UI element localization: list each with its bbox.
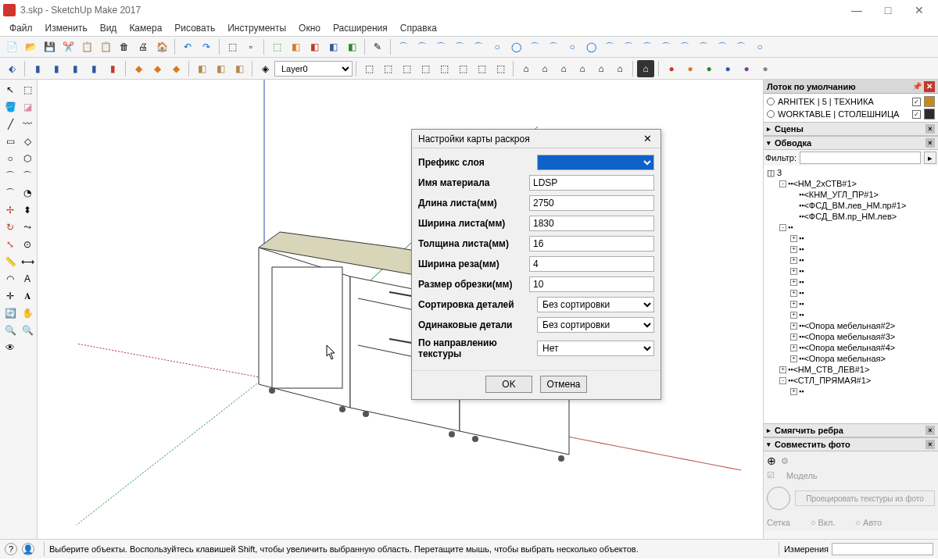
- panel-soften[interactable]: ▸Смягчить ребра×: [764, 423, 938, 437]
- tb-model-icon[interactable]: 🏠: [153, 38, 170, 55]
- tb-arc13-icon[interactable]: ⌒: [695, 38, 712, 55]
- tool-pan-icon[interactable]: ✋: [19, 305, 36, 322]
- menu-view[interactable]: Вид: [94, 21, 124, 35]
- tool-pushpull-icon[interactable]: ⬍: [19, 202, 36, 219]
- tool-freehand-icon[interactable]: 〰: [19, 116, 36, 133]
- tree-node[interactable]: +▪▪ <Опора мебельная#2>: [765, 320, 936, 331]
- opacity-dial[interactable]: [767, 487, 790, 510]
- color-swatch[interactable]: [924, 96, 935, 107]
- expand-icon[interactable]: +: [790, 312, 797, 319]
- tree-node[interactable]: +▪▪ <Опора мебельная#3>: [765, 331, 936, 342]
- tree-node[interactable]: +▪▪: [765, 244, 936, 255]
- tb-cut-icon[interactable]: ✂️: [59, 38, 77, 55]
- tb2-sheet2-icon[interactable]: ⬚: [379, 60, 396, 77]
- tb-copy-icon[interactable]: 📋: [78, 38, 95, 55]
- tool-zoom-icon[interactable]: 🔍: [2, 322, 19, 339]
- expand-icon[interactable]: +: [790, 355, 797, 362]
- gear-icon[interactable]: ⚙: [781, 456, 789, 466]
- tool-orbit-icon[interactable]: 🔄: [2, 305, 19, 322]
- sheet-length-input[interactable]: [529, 195, 654, 211]
- sheet-thickness-input[interactable]: [529, 236, 654, 251]
- expand-icon[interactable]: +: [790, 334, 797, 341]
- tree-node[interactable]: +▪▪ <Опора мебельная#4>: [765, 342, 936, 353]
- menu-camera[interactable]: Камера: [123, 21, 168, 35]
- tb-cube-red-icon[interactable]: ◧: [306, 38, 323, 55]
- plus-icon[interactable]: ⊕: [767, 455, 776, 467]
- tree-node[interactable]: -▪▪: [765, 222, 936, 233]
- tree-node[interactable]: -▪▪ <СТЛ_ПРЯМАЯ#1>: [765, 375, 936, 386]
- tree-node[interactable]: +▪▪: [765, 276, 936, 287]
- user-icon[interactable]: 👤: [22, 543, 34, 555]
- tree-node[interactable]: -▪▪ <НМ_2хСТВ#1>: [765, 178, 936, 189]
- tb-arc1-icon[interactable]: ⌒: [395, 38, 412, 55]
- tool-3dtext-icon[interactable]: 𝐀: [19, 287, 36, 305]
- tb-arc15-icon[interactable]: ⌒: [732, 38, 750, 55]
- tool-arc-icon[interactable]: ⌒: [2, 167, 19, 184]
- tb-arc14-icon[interactable]: ⌒: [714, 38, 731, 55]
- tool-text-icon[interactable]: A: [19, 270, 36, 287]
- tb2-dark-icon[interactable]: ⌂: [637, 60, 654, 77]
- pin-icon[interactable]: 📌: [911, 81, 922, 92]
- tool-rotrect-icon[interactable]: ◇: [19, 133, 36, 150]
- close-button[interactable]: ✕: [904, 0, 935, 20]
- tb-redo-icon[interactable]: ↷: [198, 38, 215, 55]
- tree-node[interactable]: +▪▪: [765, 255, 936, 266]
- tb2-gray-icon[interactable]: ●: [757, 60, 774, 77]
- tb2-red-icon[interactable]: ●: [663, 60, 680, 77]
- tb-component-green-icon[interactable]: ⬚: [268, 38, 285, 55]
- material-row[interactable]: ARHITEK | 5 | ТЕХНИКА ✓: [767, 95, 935, 108]
- panel-match[interactable]: ▾Совместить фото×: [764, 437, 938, 451]
- panel-scenes[interactable]: ▸Сцены×: [764, 122, 938, 136]
- tb-arc7-icon[interactable]: ⌒: [545, 38, 562, 55]
- tool-eye-icon[interactable]: 👁: [2, 339, 19, 356]
- menu-window[interactable]: Окно: [292, 21, 327, 35]
- panel-outliner[interactable]: ▾Обводка×: [764, 136, 938, 150]
- tb2-sheet3-icon[interactable]: ⬚: [398, 60, 415, 77]
- tool-pie-icon[interactable]: ◔: [19, 184, 36, 202]
- tb2-sheet4-icon[interactable]: ⬚: [417, 60, 434, 77]
- material-row[interactable]: WORKTABLE | СТОЛЕШНИЦА ✓: [767, 108, 935, 120]
- tree-node[interactable]: +▪▪ <НМ_СТВ_ЛЕВ#1>: [765, 364, 936, 375]
- dialog-close-icon[interactable]: ✕: [640, 132, 654, 146]
- tool-move-icon[interactable]: ✢: [2, 202, 19, 219]
- expand-icon[interactable]: -: [779, 377, 786, 384]
- tb-circ1-icon[interactable]: ○: [489, 38, 506, 55]
- tb2-sheet5-icon[interactable]: ⬚: [435, 60, 453, 77]
- tb2-blue-icon[interactable]: ●: [719, 60, 736, 77]
- radio-icon[interactable]: [767, 98, 775, 105]
- tool-component-icon[interactable]: ⬚: [19, 81, 36, 98]
- tree-node[interactable]: ▪▪ <ФСД_ВМ.лев_НМ.пр#1>: [765, 200, 936, 211]
- tree-node[interactable]: ▪▪ <ФСД_ВМ.пр_НМ.лев>: [765, 211, 936, 222]
- tb2-house1-icon[interactable]: ⌂: [517, 60, 535, 77]
- tb2-blue1-icon[interactable]: ▮: [29, 60, 46, 77]
- tb-arc10-icon[interactable]: ⌒: [639, 38, 656, 55]
- tb2-box3-icon[interactable]: ◧: [231, 60, 248, 77]
- tree-node[interactable]: +▪▪: [765, 233, 936, 244]
- tool-protractor-icon[interactable]: ◠: [2, 270, 19, 287]
- filter-input[interactable]: [800, 152, 921, 164]
- tb2-sheet8-icon[interactable]: ⬚: [492, 60, 509, 77]
- tool-rect-icon[interactable]: ▭: [2, 133, 19, 150]
- checkbox-icon[interactable]: ✓: [912, 98, 921, 106]
- tool-2parc-icon[interactable]: ⌒: [19, 167, 36, 184]
- expand-icon[interactable]: +: [790, 257, 797, 264]
- tb-arc8-icon[interactable]: ⌒: [601, 38, 618, 55]
- close-icon[interactable]: ✕: [924, 81, 935, 92]
- tb2-blue2-icon[interactable]: ▮: [48, 60, 65, 77]
- checkbox-icon[interactable]: ✓: [912, 110, 921, 119]
- expand-icon[interactable]: +: [790, 246, 797, 253]
- tb2-box1-icon[interactable]: ◧: [193, 60, 210, 77]
- cancel-button[interactable]: Отмена: [540, 376, 587, 393]
- tb-arc3-icon[interactable]: ⌒: [432, 38, 449, 55]
- menu-draw[interactable]: Рисовать: [168, 21, 221, 35]
- radio-icon[interactable]: [767, 110, 775, 118]
- tool-eraser-icon[interactable]: ◪: [19, 98, 36, 116]
- expand-icon[interactable]: -: [779, 180, 786, 187]
- cut-width-input[interactable]: [529, 256, 654, 272]
- color-swatch[interactable]: [924, 109, 935, 119]
- help-icon[interactable]: ?: [5, 543, 17, 555]
- trim-size-input[interactable]: [529, 276, 654, 292]
- expand-icon[interactable]: -: [779, 224, 786, 231]
- tb2-green-icon[interactable]: ●: [700, 60, 718, 77]
- filter-menu-icon[interactable]: ▸: [924, 152, 936, 164]
